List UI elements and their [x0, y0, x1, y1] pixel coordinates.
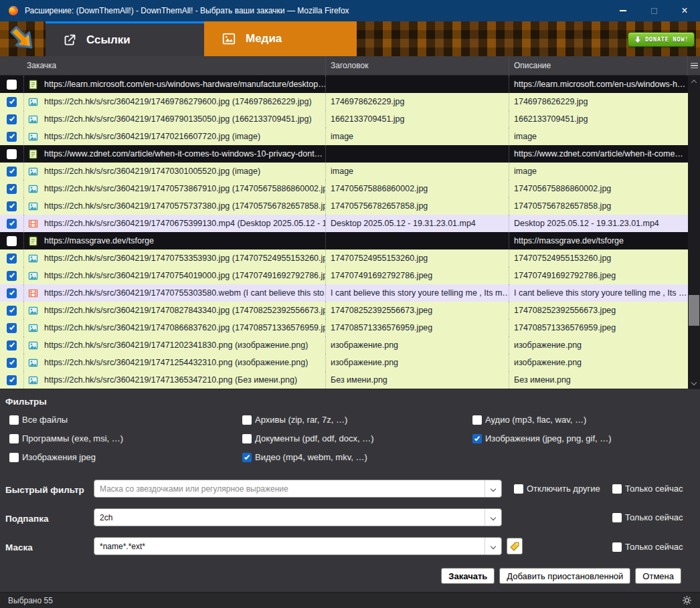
download-url-cell: https://2ch.hk/s/src/3604219/17469786279… — [24, 93, 326, 110]
download-url: https://2ch.hk/s/src/3604219/17470573867… — [44, 184, 325, 193]
download-description: 174708571336576959.jpeg — [509, 319, 688, 336]
cancel-button[interactable]: Отмена — [635, 568, 681, 584]
download-row[interactable]: https://massgrave.dev/tsforgehttps://mas… — [0, 232, 688, 249]
only-now-checkbox-subfolder[interactable]: Только сейчас — [612, 512, 683, 522]
row-checkbox[interactable] — [7, 358, 17, 368]
download-url-cell: https://www.zdnet.com/article/when-it-co… — [24, 145, 326, 163]
column-header-download[interactable]: Закачка — [0, 56, 326, 76]
scroll-down-button[interactable] — [688, 378, 700, 387]
row-checkbox[interactable] — [7, 149, 17, 159]
downthemall-dialog-window: Расширение: (DownThemAll!) - DownThemAll… — [0, 0, 700, 608]
image-file-icon — [28, 201, 38, 211]
row-checkbox[interactable] — [7, 219, 17, 229]
row-checkbox[interactable] — [7, 167, 17, 177]
row-checkbox[interactable] — [7, 323, 17, 333]
row-checkbox[interactable] — [7, 132, 17, 142]
only-now-checkbox-mask[interactable]: Только сейчас — [612, 542, 683, 552]
mask-dropdown-arrow[interactable] — [485, 538, 501, 554]
filter-checkbox[interactable]: Аудио (mp3, flac, wav, …) — [472, 415, 612, 425]
download-url: https://2ch.hk/s/src/3604219/17469786279… — [44, 97, 312, 106]
download-row[interactable]: https://2ch.hk/s/src/3604219/17470827843… — [0, 302, 688, 319]
tab-media[interactable]: Медиа — [204, 21, 357, 56]
gear-icon[interactable] — [682, 595, 692, 605]
download-url: https://2ch.hk/s/src/3604219/17471202341… — [44, 340, 308, 350]
row-checkbox[interactable] — [7, 340, 17, 350]
filter-checkbox[interactable]: Архивы (zip, rar, 7z, …) — [242, 415, 374, 425]
subfolder-combobox[interactable]: 2ch — [94, 508, 502, 526]
download-row[interactable]: https://2ch.hk/s/src/3604219/17469786279… — [0, 93, 688, 110]
doc-file-icon — [28, 149, 38, 159]
row-checkbox[interactable] — [7, 288, 17, 298]
download-row[interactable]: https://2ch.hk/s/src/3604219/17470573867… — [0, 180, 688, 197]
row-checkbox[interactable] — [7, 306, 17, 316]
download-row[interactable]: https://2ch.hk/s/src/3604219/17470675399… — [0, 215, 688, 232]
row-checkbox[interactable] — [7, 375, 17, 385]
minimize-button[interactable] — [608, 0, 638, 21]
quick-filter-value: Маска со звездочками или регулярное выра… — [94, 484, 485, 494]
row-checkbox[interactable] — [7, 236, 17, 246]
disable-others-checkbox[interactable]: Отключить другие — [514, 484, 600, 494]
add-paused-button[interactable]: Добавить приостановленной — [499, 568, 630, 584]
quick-filter-dropdown-arrow[interactable] — [485, 480, 501, 497]
download-description: 174707524955153260.jpg — [509, 249, 688, 267]
tab-links[interactable]: Ссылки — [46, 21, 204, 56]
filter-checkbox[interactable]: Все файлы — [9, 415, 123, 425]
quick-filter-combobox[interactable]: Маска со звездочками или регулярное выра… — [94, 480, 502, 498]
column-header-description[interactable]: Описание — [509, 56, 688, 76]
download-row[interactable]: https://2ch.hk/s/src/3604219/17470753353… — [0, 249, 688, 267]
download-row[interactable]: https://2ch.hk/s/src/3604219/17470216607… — [0, 128, 688, 145]
row-checkbox[interactable] — [7, 80, 17, 90]
chevron-down-icon — [491, 486, 496, 491]
scrollbar-thumb[interactable] — [689, 295, 699, 326]
download-row[interactable]: https://www.zdnet.com/article/when-it-co… — [0, 145, 688, 163]
subfolder-dropdown-arrow[interactable] — [485, 509, 501, 526]
row-checkbox[interactable] — [7, 114, 17, 124]
donate-button[interactable]: DONATE NOW! — [628, 32, 695, 47]
filter-checkbox[interactable]: Изображения jpeg — [9, 452, 123, 462]
download-row[interactable]: https://2ch.hk/s/src/3604219/17470755303… — [0, 284, 688, 302]
download-row[interactable]: https://2ch.hk/s/src/3604219/17470754019… — [0, 267, 688, 284]
maximize-button[interactable] — [638, 0, 669, 21]
download-row[interactable]: https://2ch.hk/s/src/3604219/17471365347… — [0, 371, 688, 389]
download-row[interactable]: https://learn.microsoft.com/en-us/window… — [0, 76, 688, 93]
download-url-cell: https://2ch.hk/s/src/3604219/17470754019… — [24, 267, 326, 284]
row-checkbox[interactable] — [7, 201, 17, 211]
quick-filter-label: Быстрый фильтр — [5, 485, 84, 495]
scroll-up-button[interactable] — [688, 77, 700, 86]
checkbox — [472, 434, 482, 443]
mask-combobox[interactable]: *name*.*ext* — [94, 537, 502, 555]
tab-links-label: Ссылки — [86, 33, 130, 47]
download-row[interactable]: https://2ch.hk/s/src/3604219/17470866837… — [0, 319, 688, 336]
download-row[interactable]: https://2ch.hk/s/src/3604219/17471202341… — [0, 336, 688, 354]
download-title: I cant believe this story youre telling … — [326, 284, 509, 302]
mask-value: *name*.*ext* — [94, 542, 485, 551]
close-button[interactable]: × — [669, 0, 700, 21]
mask-tags-button[interactable] — [507, 538, 523, 554]
row-checkbox[interactable] — [7, 184, 17, 194]
only-now-checkbox-quick-filter[interactable]: Только сейчас — [612, 484, 683, 494]
image-file-icon — [28, 271, 38, 281]
download-row[interactable]: https://2ch.hk/s/src/3604219/17470301005… — [0, 163, 688, 180]
column-header-title[interactable]: Заголовок — [326, 56, 509, 76]
vertical-scrollbar[interactable] — [688, 76, 700, 389]
download-description: Desktop 2025.05.12 - 19.31.23.01.mp4 — [509, 215, 688, 232]
filter-checkbox[interactable]: Документы (pdf, odf, docx, …) — [242, 433, 374, 443]
download-row[interactable]: https://2ch.hk/s/src/3604219/17471254432… — [0, 354, 688, 371]
column-menu-icon[interactable] — [688, 56, 700, 76]
filter-checkbox[interactable]: Программы (exe, msi, …) — [9, 433, 123, 443]
row-checkbox[interactable] — [7, 271, 17, 281]
download-url-cell: https://2ch.hk/s/src/3604219/17470675399… — [24, 215, 326, 232]
download-description: Без имени.png — [509, 371, 688, 389]
image-file-icon — [28, 375, 38, 385]
row-checkbox[interactable] — [7, 254, 17, 264]
download-url-cell: https://2ch.hk/s/src/3604219/17471202341… — [24, 336, 326, 354]
download-row[interactable]: https://2ch.hk/s/src/3604219/17469790135… — [0, 110, 688, 128]
download-row[interactable]: https://2ch.hk/s/src/3604219/17470575737… — [0, 197, 688, 215]
download-title: image — [326, 163, 509, 180]
row-checkbox[interactable] — [7, 97, 17, 107]
video-file-icon — [28, 288, 38, 298]
filter-checkbox[interactable]: Видео (mp4, webm, mkv, …) — [242, 452, 374, 462]
download-url-cell: https://2ch.hk/s/src/3604219/17470573867… — [24, 180, 326, 197]
download-button[interactable]: Закачать — [441, 568, 495, 584]
filter-checkbox[interactable]: Изображения (jpeg, png, gif, …) — [472, 433, 612, 443]
